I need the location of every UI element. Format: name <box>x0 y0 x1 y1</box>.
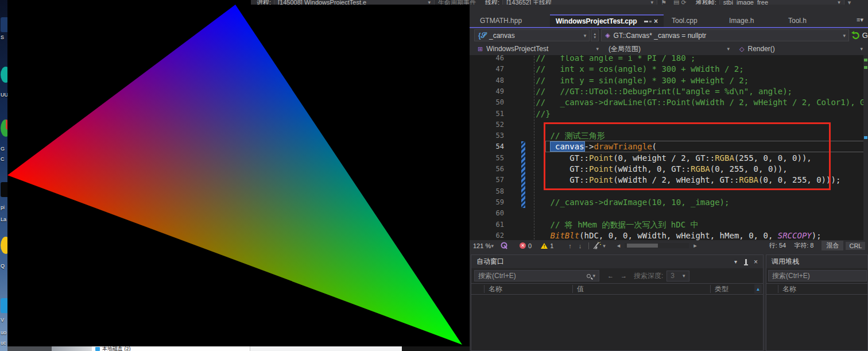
line-number[interactable]: 62 <box>479 230 504 240</box>
line-number[interactable]: 53 <box>479 130 504 141</box>
error-count[interactable]: ✕ 0 <box>520 242 532 249</box>
line-number[interactable]: 46 <box>479 55 504 64</box>
lifecycle-events-button[interactable]: 生命周期事件 <box>438 0 476 5</box>
declaration-dropdown[interactable]: ◈ GT::Canvas* _canvas = nullptr▾ <box>601 29 849 41</box>
line-number[interactable]: 56 <box>479 164 504 175</box>
document-tab-bar: GTMATH.hppWindowsProjectTest.cpp×Tool.cp… <box>470 14 868 27</box>
autos-body[interactable] <box>471 295 763 350</box>
line-number[interactable]: 59 <box>479 197 504 208</box>
bottom-tool-panels: 自动窗口 ▾ × 搜索(Ctrl+E) ▾ ← → <box>470 254 868 351</box>
scrollbar-annotation-mark <box>864 59 867 61</box>
next-issue-arrow-icon[interactable]: ↓ <box>579 242 582 249</box>
app-icon[interactable] <box>1 237 7 254</box>
line-number[interactable]: 58 <box>479 186 504 197</box>
column-type[interactable]: 类型 <box>715 284 728 294</box>
pin-icon[interactable] <box>644 21 648 22</box>
app-icon[interactable] <box>1 17 7 32</box>
process-label: 进程: <box>257 0 271 5</box>
line-number[interactable]: 52 <box>479 119 504 130</box>
explorer-titlebar-sliver[interactable]: 本地磁盘 (2) <box>92 346 250 351</box>
callstack-titlebar[interactable]: 调用堆栈 <box>766 255 867 268</box>
code-line-61: // 将 hMem 的数据一次写入到 hDC 中 <box>521 219 699 230</box>
scope-dropdown[interactable]: {𝓢 _canvas▾ <box>474 29 590 41</box>
process-dropdown[interactable]: [145008] WindowsProjectTest.e▾ <box>274 0 435 5</box>
background-window-sliver: 本地磁盘 (2) <box>7 346 470 351</box>
tab-gtmath-hpp[interactable]: GTMATH.hpp <box>474 14 538 27</box>
prev-issue-arrow-icon[interactable]: ↑ <box>568 242 572 249</box>
project-dropdown[interactable]: ⊞ WindowsProjectTest▾ <box>474 43 602 55</box>
tab-overflow-icon[interactable]: ≡▾ <box>857 16 863 24</box>
window-position-caret-icon[interactable]: ▾ <box>734 259 737 265</box>
column-name[interactable]: 名称 <box>489 284 502 294</box>
toolbar-overflow-icon[interactable]: ▾ <box>848 0 851 5</box>
callstack-body[interactable] <box>766 295 867 350</box>
warning-count[interactable]: 1 <box>541 242 553 249</box>
line-number[interactable]: 47 <box>479 64 504 75</box>
zoom-level-dropdown[interactable]: 121 %▾ <box>470 242 497 249</box>
desktop-icon-label: Q <box>1 263 5 269</box>
line-number[interactable]: 61 <box>479 219 504 230</box>
desktop-icon-label: uo <box>1 330 6 335</box>
autos-search-input[interactable]: 搜索(Ctrl+E) ▾ <box>474 270 599 281</box>
line-number[interactable]: 55 <box>479 153 504 164</box>
close-icon[interactable]: × <box>654 17 658 25</box>
desktop-icon-label: G <box>1 146 5 152</box>
desktop-strip: SUUGCpiLaQVuouc <box>0 0 7 351</box>
line-indicator[interactable]: 行: 54 <box>769 241 786 250</box>
char-indicator[interactable]: 字符: 8 <box>794 241 813 250</box>
column-value[interactable]: 值 <box>577 284 584 294</box>
column-name[interactable]: 名称 <box>782 284 796 294</box>
code-editor[interactable]: 4647484950515253545556575859606162 // fl… <box>470 55 868 240</box>
thread-dropdown[interactable]: [143652] 主线程▾ <box>502 0 657 5</box>
flag-icon[interactable]: ⚑ <box>661 0 666 5</box>
scroll-up-arrow[interactable] <box>754 284 762 294</box>
sync-arrow-icon[interactable] <box>851 31 861 40</box>
hscroll-left-arrow[interactable]: ◂ <box>617 242 621 249</box>
back-arrow-icon[interactable]: ← <box>607 272 614 279</box>
line-number[interactable]: 49 <box>479 86 504 97</box>
stack-icons[interactable]: ▤ ⟳ <box>673 0 687 5</box>
depth-label: 搜索深度: <box>634 271 663 281</box>
editor-horizontal-scrollbar[interactable] <box>625 243 689 248</box>
line-number[interactable]: 50 <box>479 97 504 108</box>
line-number[interactable]: 48 <box>479 75 504 86</box>
tab-tool-cpp[interactable]: Tool.cpp <box>666 14 721 27</box>
app-icon[interactable] <box>1 182 7 197</box>
line-ending-indicator[interactable]: CRL <box>846 242 865 250</box>
line-number[interactable]: 54 <box>479 141 504 152</box>
autos-titlebar[interactable]: 自动窗口 ▾ × <box>471 255 763 268</box>
canvas-window-top <box>7 0 251 5</box>
callstack-toolbar: 搜索(Ctrl+E) <box>766 268 867 283</box>
method-dropdown[interactable]: ◇ Render()▾ <box>736 43 866 55</box>
app-icon[interactable] <box>1 119 7 137</box>
app-icon[interactable] <box>1 298 7 313</box>
health-indicator-icon[interactable] <box>501 242 508 249</box>
code-line-49: // //GT::UTool::DebugPrint(L"angle = %d\… <box>521 86 792 97</box>
stackframe-dropdown[interactable]: stbi_image_free▾ <box>719 0 844 5</box>
line-number[interactable]: 60 <box>479 208 504 219</box>
code-line-48: // int y = sin(angle) * 300 + wHeight / … <box>521 75 749 86</box>
tab-tool-h[interactable]: Tool.h <box>782 14 832 27</box>
forward-arrow-icon[interactable]: → <box>621 272 627 279</box>
line-number[interactable]: 51 <box>479 109 504 119</box>
field-icon: ◈ <box>605 32 610 39</box>
editor-vertical-scrollbar[interactable] <box>863 55 868 240</box>
depth-dropdown[interactable]: 3▾ <box>666 271 689 281</box>
indentation-indicator[interactable]: 混合 <box>822 241 843 250</box>
stackframe-label: 堆栈帧: <box>696 0 716 5</box>
pin-icon[interactable] <box>745 259 747 264</box>
tab-windowsprojecttest-cpp[interactable]: WindowsProjectTest.cpp× <box>550 14 664 27</box>
global-scope-dropdown[interactable]: (全局范围)▾ <box>605 43 733 55</box>
thread-label: 线程: <box>485 0 499 5</box>
app-icon[interactable] <box>1 67 7 83</box>
hscroll-right-arrow[interactable]: ▸ <box>693 242 697 249</box>
navigation-bar-top: {𝓢 _canvas▾ ▲▼ ◈ GT::Canvas* _canvas = n… <box>470 28 868 43</box>
code-cleanup-broom-icon[interactable] <box>592 242 601 250</box>
callstack-search-input[interactable]: 搜索(Ctrl+E) <box>768 270 867 281</box>
cleanup-caret[interactable]: ▾ <box>603 243 606 249</box>
line-number[interactable]: 57 <box>479 175 504 186</box>
tab-image-h[interactable]: Image.h <box>723 14 780 27</box>
scope-spinner[interactable]: ▲▼ <box>591 29 599 41</box>
close-icon[interactable]: × <box>754 258 758 266</box>
navigation-bar-bottom: ⊞ WindowsProjectTest▾ (全局范围)▾ ◇ Render()… <box>470 43 868 55</box>
